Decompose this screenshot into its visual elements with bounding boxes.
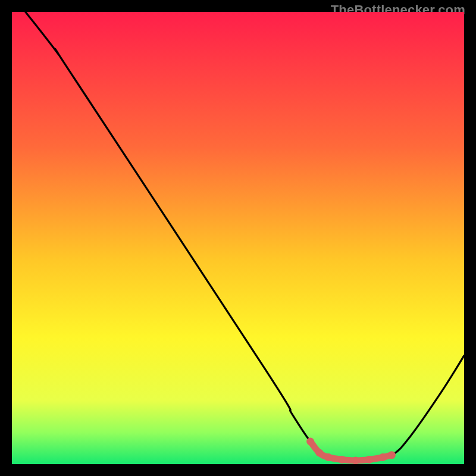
highlight-dot [365,456,373,464]
highlight-dot [315,449,323,457]
svg-rect-0 [12,12,464,464]
chart-svg [12,12,464,464]
highlight-dot [352,456,359,464]
highlight-dot [306,438,314,446]
plot-area [12,12,464,464]
chart-container: TheBottlenecker.com [0,0,476,476]
highlight-dot [379,453,387,461]
highlight-dot [388,451,396,459]
highlight-dot [325,453,333,461]
highlight-dot [338,456,346,464]
